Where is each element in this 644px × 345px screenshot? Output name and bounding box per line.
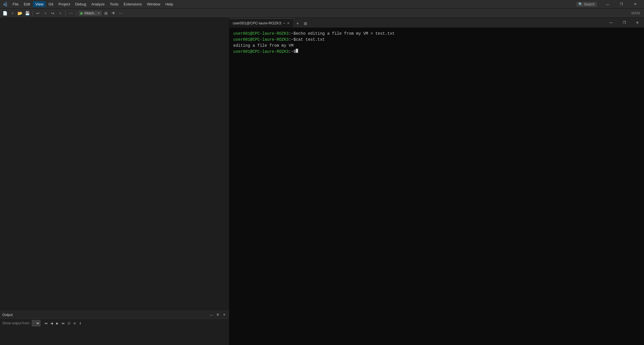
term-prompt-white-1: :~$: [289, 31, 296, 37]
menu-item-tools[interactable]: Tools: [107, 1, 121, 7]
term-cursor: [296, 49, 298, 53]
app-logo: [2, 1, 8, 7]
show-output-select[interactable]: [32, 320, 40, 326]
output-toolbar-btns: ⏮ ◀ ▶ ⏭ ⊡ ⊘ ℹ: [43, 321, 83, 326]
menu-item-help[interactable]: Help: [163, 1, 175, 7]
right-panel: user001@CPC-laure-ROZK3: ~ ✕ + ⊞ — ❐ ✕ u…: [229, 18, 644, 345]
out-btn-3[interactable]: ▶: [55, 321, 60, 326]
terminal-win-controls: — ❐ ✕: [604, 18, 644, 28]
out-btn-1[interactable]: ⏮: [43, 321, 48, 326]
terminal-split-btn[interactable]: ⊞: [302, 20, 310, 28]
term-line-1: user001@CPC-laure-ROZK3 :~$ echo editing…: [233, 31, 640, 37]
toolbar-sep2: [65, 11, 66, 16]
term-line-2: user001@CPC-laure-ROZK3 :~$ cat test.txt: [233, 37, 640, 43]
term-cmd-1: echo editing a file from my VM > test.tx…: [296, 31, 394, 37]
close-button[interactable]: ✕: [629, 0, 642, 9]
toolbar-open-btn[interactable]: 📂: [17, 10, 23, 16]
menu-item-file[interactable]: File: [10, 1, 21, 7]
toolbar-sep3: [76, 11, 76, 16]
attach-label: Attach...: [84, 11, 97, 15]
out-btn-2[interactable]: ◀: [49, 321, 54, 326]
toolbar-undo-dropdown[interactable]: ▾: [42, 10, 48, 16]
terminal-minimize-btn[interactable]: —: [604, 18, 618, 28]
out-btn-5[interactable]: ⊡: [66, 321, 71, 326]
show-output-row: Show output from: ⏮ ◀ ▶ ⏭ ⊡ ⊘ ℹ: [0, 319, 229, 328]
terminal-tab-close[interactable]: ✕: [287, 21, 290, 25]
menu-items: File Edit View Git Project Debug Analyze…: [10, 1, 175, 7]
toolbar-extra-btn[interactable]: ⋯: [118, 10, 124, 16]
terminal-new-tab-btn[interactable]: +: [293, 20, 302, 28]
term-prompt-green-3: user001@CPC-laure-ROZK3: [233, 49, 289, 55]
terminal-tab-label: user001@CPC-laure-ROZK3: ~: [233, 21, 285, 25]
output-content: [0, 328, 229, 345]
menu-item-window[interactable]: Window: [145, 1, 163, 7]
terminal-close-btn[interactable]: ✕: [631, 18, 644, 28]
term-prompt-green-1: user001@CPC-laure-ROZK3: [233, 31, 289, 37]
output-settings-btn[interactable]: ⚙: [215, 312, 220, 317]
menu-item-project[interactable]: Project: [56, 1, 72, 7]
term-cmd-2: cat test.txt: [296, 37, 325, 43]
attach-button[interactable]: ▶ Attach... ▾: [78, 11, 102, 16]
toolbar-watch-btn[interactable]: 👁: [110, 10, 117, 16]
attach-dropdown-icon: ▾: [98, 11, 99, 15]
toolbar: 📄 ▾ 📂 💾 ↩ ▾ ↪ ▾ ⋯ ▶ Attach... ▾ ⊞ 👁 ⋯ MA…: [0, 9, 644, 18]
out-btn-7[interactable]: ℹ: [78, 321, 83, 326]
minimize-button[interactable]: —: [601, 0, 614, 9]
menubar: File Edit View Git Project Debug Analyze…: [0, 0, 644, 9]
terminal-tabbar: user001@CPC-laure-ROZK3: ~ ✕ + ⊞ — ❐ ✕: [229, 18, 644, 28]
search-icon: 🔍: [578, 2, 583, 6]
term-prompt-white-3: :~$: [289, 49, 296, 55]
output-header: Output — ⚙ ✕: [0, 311, 229, 319]
menu-item-edit[interactable]: Edit: [21, 1, 32, 7]
toolbar-new-btn[interactable]: 📄: [2, 10, 8, 16]
editor-area: [0, 18, 229, 311]
menu-item-view[interactable]: View: [33, 1, 46, 7]
restore-button[interactable]: ❐: [615, 0, 628, 9]
terminal-tab-main[interactable]: user001@CPC-laure-ROZK3: ~ ✕: [229, 18, 293, 28]
menu-item-analyze[interactable]: Analyze: [89, 1, 107, 7]
output-minimize-btn[interactable]: —: [209, 312, 214, 317]
toolbar-layout-btn[interactable]: ⊞: [103, 10, 109, 16]
toolbar-redo-dropdown[interactable]: ▾: [57, 10, 63, 16]
toolbar-redo-btn[interactable]: ↪: [50, 10, 56, 16]
menu-item-git[interactable]: Git: [46, 1, 56, 7]
term-prompt-green-2: user001@CPC-laure-ROZK3: [233, 37, 289, 43]
window-controls: — ❐ ✕: [601, 0, 642, 9]
terminal-restore-btn[interactable]: ❐: [618, 18, 631, 28]
show-output-label: Show output from:: [2, 321, 30, 325]
term-line-3: editing a file from my VM: [233, 43, 640, 49]
menu-item-debug[interactable]: Debug: [73, 1, 88, 7]
out-btn-6[interactable]: ⊘: [72, 321, 77, 326]
menu-item-extensions[interactable]: Extensions: [121, 1, 144, 7]
output-close-btn[interactable]: ✕: [222, 312, 227, 317]
terminal-content[interactable]: user001@CPC-laure-ROZK3 :~$ echo editing…: [229, 28, 644, 345]
output-title: Output: [2, 313, 13, 317]
out-btn-4[interactable]: ⏭: [60, 321, 66, 326]
term-line-4: user001@CPC-laure-ROZK3 :~$: [233, 49, 640, 55]
toolbar-main-label: MAIN: [631, 11, 642, 15]
toolbar-undo-btn[interactable]: ↩: [35, 10, 41, 16]
output-panel: Output — ⚙ ✕ Show output from: ⏮ ◀ ▶ ⏭ ⊡: [0, 311, 229, 345]
search-bar[interactable]: 🔍 Search: [576, 2, 597, 7]
toolbar-save-btn[interactable]: 💾: [24, 10, 30, 16]
term-output-1: editing a file from my VM: [233, 43, 293, 49]
search-label: Search: [584, 2, 595, 6]
attach-play-icon: ▶: [81, 11, 83, 15]
term-prompt-white-2: :~$: [289, 37, 296, 43]
toolbar-sep1: [32, 11, 33, 16]
left-panel: Output — ⚙ ✕ Show output from: ⏮ ◀ ▶ ⏭ ⊡: [0, 18, 229, 345]
menubar-right: 🔍 Search — ❐ ✕: [576, 0, 642, 9]
main-layout: Output — ⚙ ✕ Show output from: ⏮ ◀ ▶ ⏭ ⊡: [0, 18, 644, 345]
toolbar-more-btn[interactable]: ⋯: [68, 10, 74, 16]
toolbar-btn2[interactable]: ▾: [9, 10, 15, 16]
output-controls: — ⚙ ✕: [209, 312, 227, 317]
